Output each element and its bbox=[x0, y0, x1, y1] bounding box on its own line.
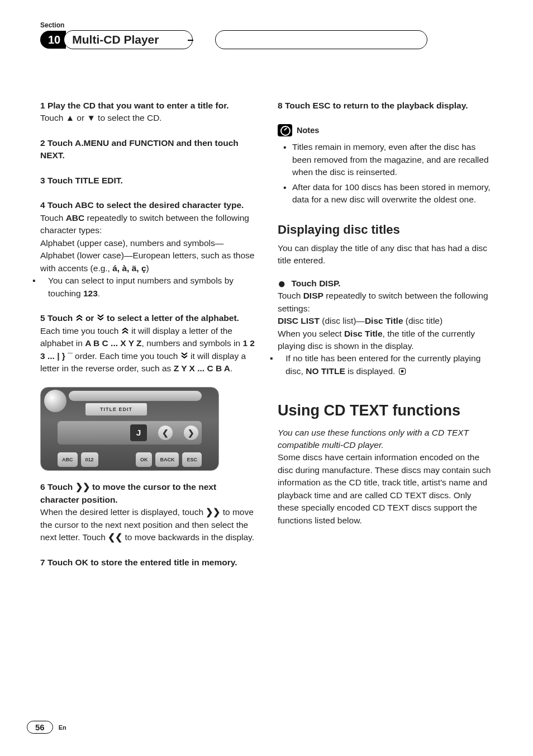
double-chevron-down-icon bbox=[97, 314, 104, 322]
disp-l1a: Touch bbox=[278, 291, 303, 300]
disp-l1b: DISP bbox=[303, 291, 323, 300]
up-triangle-icon: ▲ bbox=[66, 112, 74, 124]
device-title-label: TITLE EDIT bbox=[85, 403, 147, 415]
device-current-letter: J bbox=[130, 424, 147, 441]
step-2-head: 2 Touch A.MENU and FUNCTION and then tou… bbox=[40, 137, 255, 162]
page-number: 56 bbox=[27, 721, 53, 734]
square-bullet-icon: ▪ bbox=[278, 352, 283, 365]
right-column: 8 Touch ESC to return to the playback di… bbox=[278, 100, 493, 581]
device-012-button: 012 bbox=[81, 452, 98, 467]
step-4-l2c: ) bbox=[146, 263, 149, 273]
double-chevron-left-icon: ❮❮ bbox=[108, 532, 122, 542]
notes-header: Notes bbox=[278, 124, 493, 136]
page-footer: 56 En bbox=[27, 721, 66, 734]
using-cd-text-heading: Using CD TEXT functions bbox=[278, 400, 493, 422]
step-4-head: 4 Touch ABC to select the desired charac… bbox=[40, 199, 255, 211]
double-chevron-right-icon: ❯❯ bbox=[206, 507, 220, 517]
disp-step-head-text: Touch DISP. bbox=[292, 278, 341, 288]
chapter-header: 10 Multi-CD Player bbox=[40, 30, 493, 49]
down-triangle-icon: ▼ bbox=[87, 112, 95, 124]
disp-l3a: When you select bbox=[278, 329, 344, 338]
disp-step-head: ●Touch DISP. bbox=[278, 277, 493, 290]
disp-bullet-b: NO TITLE bbox=[306, 366, 345, 376]
step-1-head: 1 Play the CD that you want to enter a t… bbox=[40, 101, 229, 110]
device-left-arrow-icon: ❮ bbox=[158, 426, 173, 440]
device-button-row: ABC 012 OK BACK ESC bbox=[58, 452, 202, 467]
step-8: 8 Touch ESC to return to the playback di… bbox=[278, 100, 493, 112]
step-3: 3 Touch TITLE EDIT. bbox=[40, 174, 255, 187]
step-5-head-c: to select a letter of the alphabet. bbox=[104, 313, 239, 323]
double-chevron-down-icon bbox=[180, 352, 188, 360]
step-5-b1c: A B C ... X Y Z bbox=[85, 338, 141, 348]
step-4-bullet-c: . bbox=[98, 289, 100, 298]
disp-l2c: Disc Title bbox=[365, 316, 403, 325]
double-chevron-up-icon bbox=[75, 314, 83, 322]
disp-l2d: (disc title) bbox=[403, 316, 443, 325]
step-5-b1i: . bbox=[230, 363, 232, 373]
step-4-bullet-a: You can select to input numbers and symb… bbox=[48, 276, 234, 297]
disp-intro: You can display the title of any disc th… bbox=[278, 242, 493, 267]
step-5-b1d: , numbers and symbols in bbox=[142, 338, 243, 348]
bullet-dot-icon: ● bbox=[278, 276, 286, 291]
device-letter-row: J ❮ ❯ bbox=[58, 421, 202, 445]
device-menu-bar bbox=[69, 391, 202, 401]
step-4-l1b: ABC bbox=[66, 213, 85, 223]
step-6-b1c: to move backwards in the display. bbox=[122, 532, 254, 542]
step-5-b1a: Each time you touch bbox=[40, 326, 121, 336]
step-6: 6 Touch ❯❯ to move the cursor to the nex… bbox=[40, 481, 255, 544]
device-ok-button: OK bbox=[136, 452, 153, 467]
step-5: 5 Touch or to select a letter of the alp… bbox=[40, 312, 255, 375]
device-logo-icon bbox=[44, 390, 66, 412]
step-1-body-c: to select the CD. bbox=[96, 113, 162, 122]
notes-icon bbox=[278, 124, 292, 136]
cdtext-italic: You can use these functions only with a … bbox=[278, 427, 493, 452]
section-number-badge: 10 bbox=[40, 31, 66, 49]
device-right-arrow-icon: ❯ bbox=[184, 426, 198, 440]
disp-l2a: DISC LIST bbox=[278, 316, 320, 325]
note-item: Titles remain in memory, even after the … bbox=[278, 141, 493, 178]
step-5-head-b: or bbox=[83, 313, 97, 323]
device-esc-button: ESC bbox=[182, 452, 202, 467]
disp-bullet-c: is displayed. bbox=[345, 366, 396, 376]
step-1-body-a: Touch bbox=[40, 113, 66, 122]
step-4-bullet-b: 123 bbox=[83, 289, 98, 298]
header-empty-pill bbox=[215, 30, 427, 49]
device-back-button: BACK bbox=[155, 452, 179, 467]
step-4: 4 Touch ABC to select the desired charac… bbox=[40, 199, 255, 300]
end-of-section-icon bbox=[399, 368, 406, 375]
step-4-l1a: Touch bbox=[40, 213, 66, 223]
device-abc-button: ABC bbox=[58, 452, 78, 467]
step-3-head: 3 Touch TITLE EDIT. bbox=[40, 174, 255, 187]
step-6-b1a: When the desired letter is displayed, to… bbox=[40, 507, 206, 517]
step-5-head-a: 5 Touch bbox=[40, 313, 75, 323]
double-chevron-up-icon bbox=[121, 327, 129, 334]
step-1: 1 Play the CD that you want to enter a t… bbox=[40, 100, 255, 125]
disp-l2b: (disc list)— bbox=[320, 316, 365, 325]
language-label: En bbox=[59, 724, 66, 731]
notes-list: Titles remain in memory, even after the … bbox=[278, 141, 493, 206]
step-4-l2b: á, à, ä, ç bbox=[112, 263, 146, 273]
displaying-disc-titles-heading: Displaying disc titles bbox=[278, 221, 493, 239]
step-1-body-b: or bbox=[74, 113, 87, 122]
cdtext-body: Some discs have certain information enco… bbox=[278, 451, 493, 527]
chapter-title: Multi-CD Player bbox=[64, 30, 193, 49]
title-edit-device-illustration: TITLE EDIT J ❮ ❯ ABC 012 OK BACK ESC bbox=[40, 387, 219, 471]
disp-l3b: Disc Title bbox=[344, 329, 383, 338]
step-6-head-a: 6 Touch bbox=[40, 482, 75, 492]
step-8-head: 8 Touch ESC to return to the playback di… bbox=[278, 100, 493, 112]
section-label: Section bbox=[40, 21, 493, 29]
step-5-b1f: order. Each time you touch bbox=[73, 351, 180, 361]
step-7: 7 Touch OK to store the entered title in… bbox=[40, 556, 255, 569]
step-7-head: 7 Touch OK to store the entered title in… bbox=[40, 556, 255, 569]
square-bullet-icon: ▪ bbox=[40, 275, 46, 287]
step-5-b1h: Z Y X ... C B A bbox=[174, 363, 230, 373]
step-2: 2 Touch A.MENU and FUNCTION and then tou… bbox=[40, 137, 255, 162]
note-item: After data for 100 discs has been stored… bbox=[278, 181, 493, 206]
left-column: 1 Play the CD that you want to enter a t… bbox=[40, 100, 255, 581]
double-chevron-right-icon: ❯❯ bbox=[75, 482, 90, 492]
notes-label: Notes bbox=[297, 125, 319, 136]
